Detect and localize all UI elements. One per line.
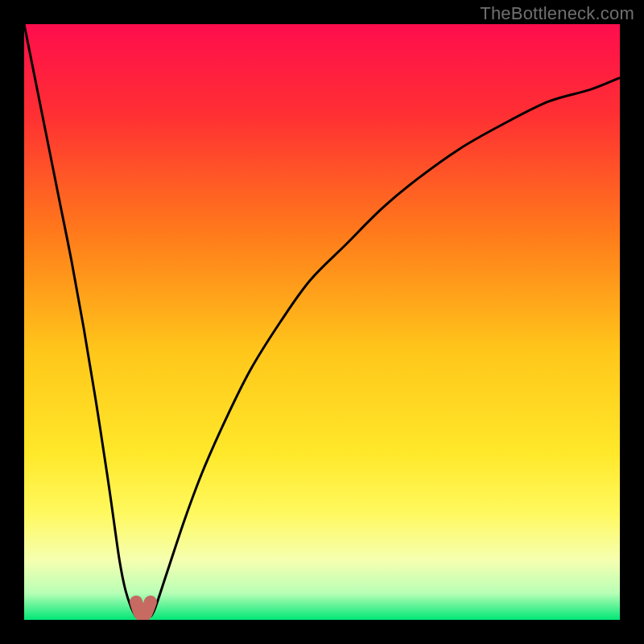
series-trough-marker <box>136 602 151 616</box>
watermark-text: TheBottleneck.com <box>480 3 634 24</box>
series-curve-left <box>24 24 136 617</box>
curve-layer <box>24 24 620 620</box>
plot-area <box>24 24 620 620</box>
series-curve-right <box>151 78 620 617</box>
chart-frame: TheBottleneck.com <box>0 0 644 644</box>
